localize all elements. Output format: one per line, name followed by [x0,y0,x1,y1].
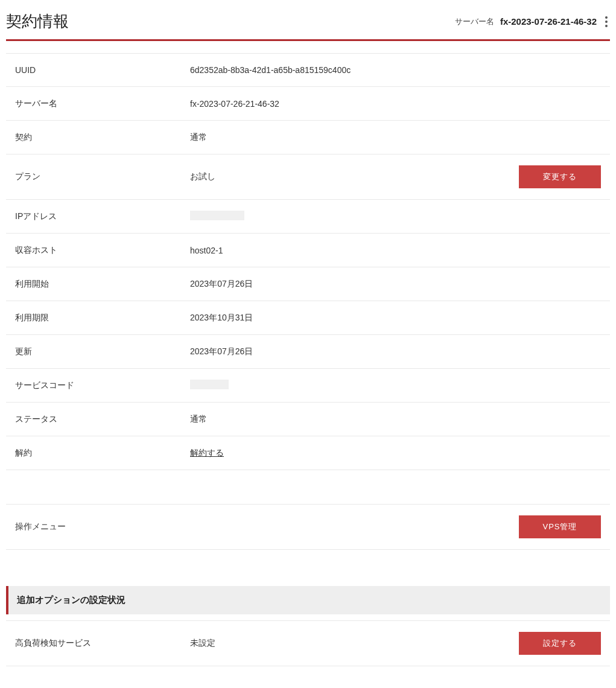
row-operation-menu: 操作メニュー VPS管理 [6,504,610,550]
configure-highload-button[interactable]: 設定する [519,632,601,655]
start-value: 2023年07月26日 [190,279,601,290]
row-highload: 高負荷検知サービス 未設定 設定する [6,620,610,666]
status-label: ステータス [15,414,190,425]
svccode-redacted [190,380,229,389]
row-end: 利用期限 2023年10月31日 [6,301,610,335]
end-label: 利用期限 [15,313,190,323]
row-server-name: サーバー名 fx-2023-07-26-21-46-32 [6,87,610,121]
row-plan: プラン お試し 変更する [6,154,610,200]
end-value: 2023年10月31日 [190,313,601,323]
highload-label: 高負荷検知サービス [15,638,190,649]
row-cancel: 解約 解約する [6,436,610,470]
host-value: host02-1 [190,246,601,255]
ip-value [190,211,601,222]
update-label: 更新 [15,346,190,357]
row-status: ステータス 通常 [6,403,610,436]
page-title: 契約情報 [6,11,69,32]
spacer [6,470,610,504]
row-host: 収容ホスト host02-1 [6,234,610,267]
plan-label: プラン [15,171,190,182]
ip-redacted [190,211,244,220]
page-header: 契約情報 サーバー名 fx-2023-07-26-21-46-32 [6,6,610,41]
option-table: 高負荷検知サービス 未設定 設定する [6,620,610,666]
row-uuid: UUID 6d2352ab-8b3a-42d1-a65b-a815159c400… [6,53,610,87]
svccode-value [190,380,601,391]
row-contract: 契約 通常 [6,121,610,154]
opmenu-label: 操作メニュー [15,521,190,532]
contract-value: 通常 [190,132,601,143]
status-value: 通常 [190,414,601,425]
row-service-code: サービスコード [6,369,610,403]
header-right: サーバー名 fx-2023-07-26-21-46-32 [455,14,610,30]
row-update: 更新 2023年07月26日 [6,335,610,369]
cancel-link[interactable]: 解約する [190,448,224,457]
host-label: 収容ホスト [15,245,190,256]
row-ip-address: IPアドレス [6,200,610,234]
uuid-label: UUID [15,65,190,75]
server-name-value: fx-2023-07-26-21-46-32 [500,16,597,27]
contract-label: 契約 [15,132,190,143]
kebab-menu-icon[interactable] [603,14,610,30]
update-value: 2023年07月26日 [190,346,601,357]
change-plan-button[interactable]: 変更する [519,165,601,188]
uuid-value: 6d2352ab-8b3a-42d1-a65b-a815159c400c [190,65,601,75]
contract-info-table: UUID 6d2352ab-8b3a-42d1-a65b-a815159c400… [6,53,610,550]
svccode-label: サービスコード [15,380,190,391]
server-name-label: サーバー名 [455,16,494,27]
vps-manage-button[interactable]: VPS管理 [519,515,601,538]
start-label: 利用開始 [15,279,190,290]
row-start: 利用開始 2023年07月26日 [6,267,610,301]
server-label: サーバー名 [15,98,190,109]
section-title-add-options: 追加オプションの設定状況 [6,586,610,614]
cancel-label: 解約 [15,448,190,459]
highload-value: 未設定 [190,638,519,649]
ip-label: IPアドレス [15,211,190,222]
server-value: fx-2023-07-26-21-46-32 [190,99,601,109]
plan-value: お試し [190,171,519,182]
